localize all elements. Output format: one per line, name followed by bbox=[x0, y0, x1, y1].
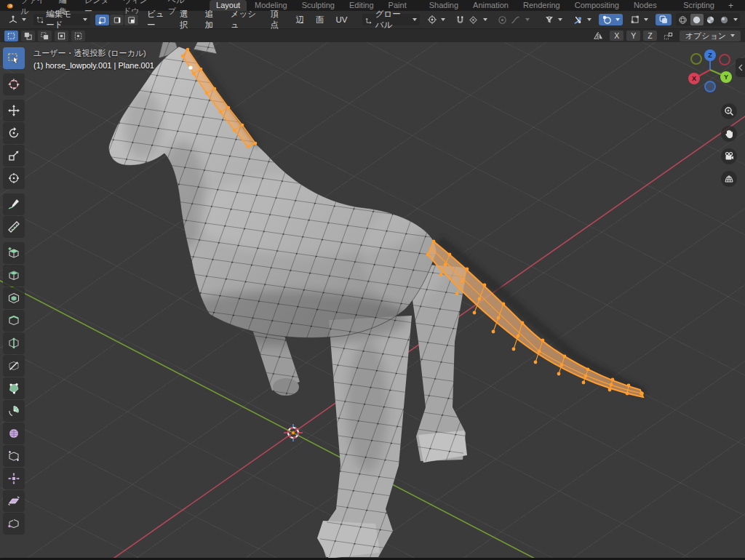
add-cube-icon bbox=[7, 247, 20, 260]
select-mode-subtract-button[interactable] bbox=[38, 31, 52, 41]
viewport-3d[interactable]: ユーザー・透視投影 (ローカル) (1) horse_lowpoly.001 |… bbox=[0, 42, 745, 558]
menu-uv[interactable]: UV bbox=[332, 15, 351, 24]
mirror-z-toggle[interactable]: Z bbox=[643, 31, 656, 41]
snap-base-icon[interactable] bbox=[663, 31, 674, 41]
cursor-tool-icon bbox=[7, 78, 20, 91]
tool-edge-slide[interactable] bbox=[3, 445, 25, 467]
snap-magnet-icon[interactable] bbox=[455, 15, 465, 25]
vertex-select-button[interactable] bbox=[95, 15, 109, 25]
pan-button[interactable] bbox=[721, 126, 737, 142]
shading-solid-button[interactable] bbox=[690, 14, 704, 25]
menu-select[interactable]: 選択 bbox=[176, 9, 197, 31]
tool-annotate[interactable] bbox=[3, 193, 25, 215]
tab-scripting[interactable]: Scripting bbox=[677, 0, 721, 11]
gizmo-axis-z[interactable]: Z bbox=[704, 49, 716, 61]
navigation-gizmo[interactable]: Z X Y bbox=[684, 48, 736, 100]
object-type-visibility-dropdown[interactable] bbox=[541, 14, 565, 25]
tool-measure[interactable] bbox=[3, 216, 25, 238]
mesh-edit-overlays-dropdown[interactable] bbox=[627, 14, 651, 25]
show-overlays-toggle[interactable] bbox=[599, 14, 623, 25]
gizmo-axis-y[interactable]: Y bbox=[720, 71, 732, 83]
select-mode-intersect-button[interactable] bbox=[71, 31, 85, 41]
shading-wireframe-button[interactable] bbox=[677, 14, 690, 25]
zoom-button[interactable] bbox=[721, 103, 737, 119]
select-mode-set-button[interactable] bbox=[4, 31, 18, 41]
tool-spin[interactable] bbox=[3, 400, 25, 422]
extrude-icon bbox=[7, 269, 20, 282]
horse-model[interactable] bbox=[95, 42, 531, 558]
select-mode-extend-button[interactable] bbox=[21, 31, 35, 41]
tab-geometry-nodes[interactable]: Geometry Nodes bbox=[627, 0, 675, 11]
edge-select-icon bbox=[112, 15, 121, 25]
tool-settings-bar: X Y Z オプション bbox=[0, 29, 745, 42]
proportional-editing-icon[interactable] bbox=[498, 15, 507, 25]
tab-sculpting[interactable]: Sculpting bbox=[295, 0, 341, 11]
knife-icon bbox=[7, 359, 20, 372]
blender-logo-icon[interactable] bbox=[6, 1, 14, 11]
edge-slide-icon bbox=[7, 449, 20, 463]
sidebar-collapse-tab[interactable] bbox=[736, 58, 745, 77]
shading-rendered-button[interactable] bbox=[718, 14, 731, 25]
tool-add-cube[interactable] bbox=[3, 242, 25, 264]
chevron-down-icon[interactable] bbox=[733, 18, 738, 21]
mirror-x-toggle[interactable]: X bbox=[610, 31, 624, 41]
visibility-funnel-icon bbox=[544, 15, 554, 25]
chevron-down-icon bbox=[22, 18, 26, 21]
perspective-toggle-button[interactable] bbox=[721, 171, 737, 187]
proportional-falloff-icon[interactable] bbox=[511, 15, 520, 25]
active-vertex[interactable] bbox=[188, 65, 192, 69]
xray-toggle[interactable] bbox=[656, 14, 672, 25]
gizmo-axis-neg-y[interactable] bbox=[691, 54, 701, 64]
tool-smooth[interactable] bbox=[3, 423, 25, 444]
tab-shading[interactable]: Shading bbox=[423, 0, 465, 11]
menu-vertex[interactable]: 頂点 bbox=[267, 9, 288, 31]
menu-edge[interactable]: 辺 bbox=[292, 15, 308, 25]
tool-select-box[interactable] bbox=[3, 47, 25, 69]
transform-orientation-dropdown[interactable]: グローバル bbox=[362, 14, 419, 25]
mirror-icon[interactable] bbox=[593, 31, 604, 41]
show-gizmos-toggle[interactable] bbox=[570, 14, 594, 25]
camera-view-button[interactable] bbox=[721, 148, 737, 164]
tool-move[interactable] bbox=[3, 100, 25, 121]
cursor-3d[interactable] bbox=[284, 424, 303, 441]
tool-loop-cut[interactable] bbox=[3, 332, 25, 354]
menu-face[interactable]: 面 bbox=[312, 15, 328, 25]
editor-type-button[interactable] bbox=[5, 14, 29, 25]
add-workspace-button[interactable]: + bbox=[722, 1, 739, 11]
menu-mesh[interactable]: メッシュ bbox=[227, 9, 263, 31]
mirror-y-toggle[interactable]: Y bbox=[626, 31, 640, 41]
overlays-icon bbox=[602, 15, 612, 25]
tab-animation[interactable]: Animation bbox=[466, 0, 515, 11]
tool-shrink-fatten[interactable] bbox=[3, 468, 25, 489]
tool-shear[interactable] bbox=[3, 490, 25, 512]
tool-scale[interactable] bbox=[3, 145, 25, 167]
tool-rotate[interactable] bbox=[3, 122, 25, 144]
tool-rip-region[interactable] bbox=[3, 513, 25, 535]
menu-view[interactable]: ビュー bbox=[143, 9, 172, 31]
tab-compositing[interactable]: Compositing bbox=[568, 0, 626, 11]
options-dropdown[interactable]: オプション bbox=[680, 31, 741, 41]
pivot-point-dropdown[interactable] bbox=[424, 14, 448, 25]
tool-bevel[interactable] bbox=[3, 310, 25, 332]
tool-cursor[interactable] bbox=[3, 73, 25, 95]
menu-add[interactable]: 追加 bbox=[202, 9, 223, 31]
snap-target-icon[interactable] bbox=[469, 15, 478, 25]
gizmo-axis-x[interactable]: X bbox=[688, 73, 700, 84]
select-mode-invert-button[interactable] bbox=[55, 31, 68, 41]
tool-extrude-region[interactable] bbox=[3, 265, 25, 287]
tool-knife[interactable] bbox=[3, 355, 25, 377]
tab-rendering[interactable]: Rendering bbox=[517, 0, 567, 11]
transform-icon bbox=[7, 172, 20, 185]
chevron-down-icon[interactable] bbox=[525, 18, 530, 21]
rotate-icon bbox=[7, 127, 20, 140]
tool-transform[interactable] bbox=[3, 167, 25, 189]
chevron-down-icon[interactable] bbox=[483, 18, 487, 21]
edge-select-button[interactable] bbox=[110, 15, 124, 25]
shading-material-button[interactable] bbox=[704, 14, 717, 25]
tool-poly-build[interactable] bbox=[3, 377, 25, 399]
tool-inset-faces[interactable] bbox=[3, 287, 25, 309]
mode-dropdown[interactable]: 編集モード bbox=[33, 14, 90, 25]
gizmo-axis-neg-x[interactable] bbox=[720, 55, 730, 65]
gizmo-axis-neg-z[interactable] bbox=[705, 81, 715, 92]
face-select-button[interactable] bbox=[124, 15, 138, 25]
